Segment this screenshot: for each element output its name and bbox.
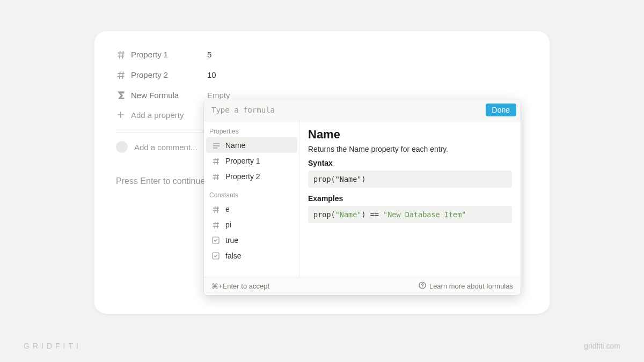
property-value[interactable]: Empty <box>207 91 230 100</box>
detail-pane: Name Returns the Name property for each … <box>299 121 521 277</box>
divider <box>116 132 207 132</box>
syntax-label: Syntax <box>308 159 512 167</box>
popover-footer: ⌘+Enter to accept Learn more about formu… <box>204 277 521 295</box>
accept-hint: ⌘+Enter to accept <box>211 282 269 290</box>
add-property-label: Add a property <box>131 110 184 120</box>
check-icon <box>211 252 220 260</box>
list-item[interactable]: e <box>204 201 299 217</box>
done-button[interactable]: Done <box>486 104 516 116</box>
formula-input[interactable] <box>209 102 486 117</box>
property-name: New Formula <box>131 91 179 100</box>
list-item-label: false <box>225 252 241 260</box>
watermark-left: GRIDFITI <box>24 342 82 350</box>
watermark-right: gridfiti.com <box>584 342 620 350</box>
detail-title: Name <box>308 128 512 142</box>
list-item-label: Property 1 <box>225 157 260 165</box>
syntax-code: prop("Name") <box>308 171 512 188</box>
property-value[interactable]: 10 <box>207 70 216 79</box>
list-item[interactable]: pi <box>204 217 299 232</box>
list-item-label: pi <box>225 220 231 229</box>
list-item[interactable]: true <box>204 232 299 248</box>
hash-icon <box>211 205 220 213</box>
list-item-label: e <box>225 205 230 213</box>
property-row[interactable]: Property 210 <box>116 64 528 85</box>
section-title-properties: Properties <box>204 125 299 137</box>
list-item[interactable]: Name <box>206 137 297 153</box>
section-title-constants: Constants <box>204 189 299 201</box>
property-name: Property 2 <box>131 70 168 79</box>
text-icon <box>211 141 220 150</box>
check-icon <box>211 236 220 245</box>
list-item[interactable]: Property 2 <box>204 168 299 184</box>
example-code: prop("Name") == "New Database Item" <box>308 206 512 223</box>
learn-more-link[interactable]: Learn more about formulas <box>419 282 513 291</box>
list-item[interactable]: Property 1 <box>204 153 299 168</box>
hash-icon <box>116 49 126 59</box>
learn-more-label: Learn more about formulas <box>429 282 513 290</box>
list-item[interactable]: false <box>204 248 299 263</box>
property-row[interactable]: Property 15 <box>116 44 528 64</box>
property-name: Property 1 <box>131 50 168 59</box>
hash-icon <box>211 172 220 181</box>
hash-icon <box>211 157 220 165</box>
plus-icon <box>116 110 126 120</box>
hash-icon <box>116 70 126 79</box>
help-icon <box>419 282 426 291</box>
detail-description: Returns the Name property for each entry… <box>308 145 512 153</box>
hash-icon <box>211 220 220 229</box>
avatar <box>116 141 128 153</box>
list-pane: Properties NameProperty 1Property 2 Cons… <box>204 121 299 277</box>
list-item-label: Property 2 <box>225 172 260 181</box>
formula-popover: Done Properties NameProperty 1Property 2… <box>204 99 521 295</box>
sigma-icon <box>116 90 126 100</box>
examples-label: Examples <box>308 194 512 203</box>
comment-placeholder: Add a comment... <box>134 143 197 152</box>
popover-header: Done <box>204 99 521 121</box>
list-item-label: Name <box>225 141 245 150</box>
list-item-label: true <box>225 236 238 245</box>
property-value[interactable]: 5 <box>207 50 211 59</box>
